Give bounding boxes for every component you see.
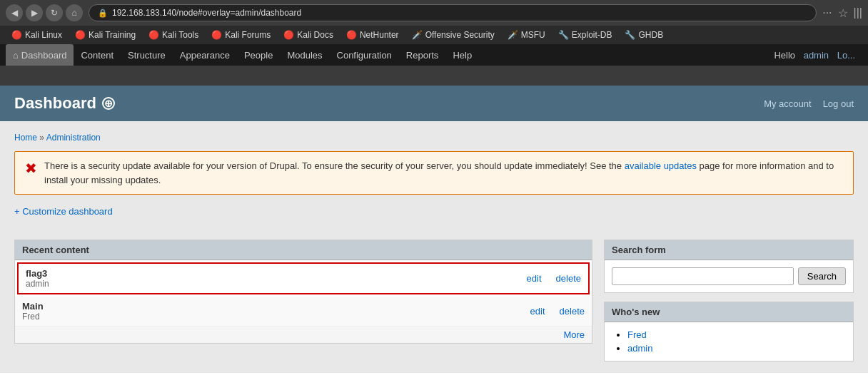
tab-reports-label: Reports — [406, 50, 439, 61]
bookmark-kali-forums-label: Kali Forums — [225, 30, 271, 40]
delete-flag3-link[interactable]: delete — [556, 273, 581, 284]
tab-appearance[interactable]: Appearance — [173, 44, 237, 66]
address-bar[interactable]: 🔒 192.168.183.140/node#overlay=admin/das… — [89, 4, 817, 21]
edit-main-link[interactable]: edit — [530, 306, 545, 317]
ghdb-icon: 🔧 — [625, 30, 635, 40]
admin-toolbar: ⌂ Dashboard Content Structure Appearance… — [0, 44, 868, 66]
nethunter-icon: 🔴 — [346, 30, 357, 40]
page-content: Dashboard ⊕ My account Log out Home » Ad… — [0, 86, 868, 373]
exploit-db-icon: 🔧 — [558, 30, 569, 40]
msfu-icon: 🗡️ — [508, 30, 518, 40]
url-text: 192.168.183.140/node#overlay=admin/dashb… — [112, 8, 301, 18]
bookmarks-bar: 🔴 Kali Linux 🔴 Kali Training 🔴 Kali Tool… — [0, 26, 868, 44]
customize-dashboard-link[interactable]: + Customize dashboard — [14, 206, 113, 217]
kali-forums-icon: 🔴 — [211, 30, 222, 40]
tab-content-label: Content — [81, 50, 113, 61]
home-button[interactable]: ⌂ — [66, 4, 83, 21]
left-column: Recent content flag3 admin edit delete — [14, 240, 592, 361]
bookmark-ghdb[interactable]: 🔧 GHDB — [619, 29, 669, 41]
bookmark-nethunter-label: NetHunter — [360, 30, 399, 40]
breadcrumb-current[interactable]: Administration — [46, 133, 101, 143]
bookmark-kali-forums[interactable]: 🔴 Kali Forums — [206, 29, 276, 41]
content-row-main-info: Main Fred — [22, 301, 525, 322]
tab-reports[interactable]: Reports — [399, 44, 446, 66]
bookmark-exploit-db[interactable]: 🔧 Exploit-DB — [552, 29, 618, 41]
content-author-flag3: admin — [26, 279, 521, 289]
tab-help[interactable]: Help — [445, 44, 479, 66]
greeting-text: Hello — [774, 50, 795, 61]
kali-docs-icon: 🔴 — [283, 30, 294, 40]
content-row-flag3-info: flag3 admin — [26, 268, 521, 289]
content-row-main-actions: edit delete — [530, 306, 585, 317]
home-nav-icon: ⌂ — [13, 50, 19, 61]
breadcrumb: Home » Administration — [14, 133, 854, 143]
list-item: admin — [627, 342, 842, 355]
more-link[interactable]: More — [563, 329, 585, 340]
bookmark-msfu[interactable]: 🗡️ MSFU — [502, 29, 551, 41]
search-form-body: Search — [605, 260, 853, 292]
tab-dashboard[interactable]: ⌂ Dashboard — [6, 44, 74, 66]
alert-text: There is a security update available for… — [44, 159, 843, 187]
available-updates-link[interactable]: available updates — [625, 160, 697, 171]
log-out-link[interactable]: Log out — [823, 98, 854, 109]
bookmark-msfu-label: MSFU — [521, 30, 545, 40]
tab-structure-label: Structure — [128, 50, 166, 61]
forward-button[interactable]: ▶ — [26, 4, 43, 21]
search-form-block: Search form Search — [604, 240, 854, 293]
content-title-main: Main — [22, 301, 525, 312]
tab-people-label: People — [244, 50, 273, 61]
bookmark-kali-docs-label: Kali Docs — [297, 30, 333, 40]
user-fred-link[interactable]: Fred — [627, 329, 647, 340]
browser-chrome: ◀ ▶ ↻ ⌂ 🔒 192.168.183.140/node#overlay=a… — [0, 0, 868, 26]
back-button[interactable]: ◀ — [6, 4, 23, 21]
whos-new-header: Who's new — [605, 302, 853, 322]
tab-people[interactable]: People — [237, 44, 280, 66]
dashboard-header: Dashboard ⊕ My account Log out — [0, 86, 868, 121]
search-button[interactable]: Search — [798, 267, 846, 285]
dashboard-header-right: My account Log out — [764, 98, 854, 109]
right-column: Search form Search Who's new Fred — [604, 240, 854, 361]
admin-username-link[interactable]: admin — [804, 50, 829, 61]
tab-structure[interactable]: Structure — [121, 44, 173, 66]
kali-linux-icon: 🔴 — [11, 30, 22, 40]
alert-box: ✖ There is a security update available f… — [14, 151, 854, 195]
bookmark-kali-training-label: Kali Training — [89, 30, 136, 40]
bookmark-kali-linux-label: Kali Linux — [25, 30, 62, 40]
refresh-button[interactable]: ↻ — [46, 4, 63, 21]
secondary-toolbar — [0, 66, 868, 86]
bookmark-icon[interactable]: ☆ — [838, 6, 848, 20]
bookmark-offensive-security-label: Offensive Security — [425, 30, 495, 40]
tab-content[interactable]: Content — [74, 44, 121, 66]
content-row-flag3: flag3 admin edit delete — [19, 264, 588, 293]
my-account-link[interactable]: My account — [764, 98, 811, 109]
bookmark-kali-tools[interactable]: 🔴 Kali Tools — [143, 29, 204, 41]
bookmark-kali-linux[interactable]: 🔴 Kali Linux — [6, 29, 68, 41]
menu-button[interactable]: ··· — [822, 6, 832, 19]
user-admin-link[interactable]: admin — [627, 343, 652, 354]
customize-icon[interactable]: ⊕ — [102, 97, 115, 110]
logout-link[interactable]: Lo... — [837, 50, 855, 61]
edit-flag3-link[interactable]: edit — [527, 273, 542, 284]
content-columns: Recent content flag3 admin edit delete — [14, 240, 854, 361]
bookmark-kali-docs[interactable]: 🔴 Kali Docs — [278, 29, 339, 41]
bookmark-ghdb-label: GHDB — [638, 30, 663, 40]
tab-dashboard-label: Dashboard — [21, 50, 67, 61]
bookmark-offensive-security[interactable]: 🗡️ Offensive Security — [406, 29, 500, 41]
breadcrumb-home[interactable]: Home — [14, 133, 37, 143]
library-icon[interactable]: ||| — [854, 6, 862, 19]
alert-error-icon: ✖ — [25, 160, 37, 177]
tab-modules[interactable]: Modules — [280, 44, 329, 66]
browser-actions: ··· ☆ ||| — [822, 6, 862, 20]
recent-content-block: Recent content flag3 admin edit delete — [14, 240, 592, 344]
tab-appearance-label: Appearance — [180, 50, 230, 61]
recent-content-header: Recent content — [15, 240, 592, 260]
content-author-main: Fred — [22, 312, 525, 322]
tab-configuration[interactable]: Configuration — [330, 44, 399, 66]
bookmark-kali-tools-label: Kali Tools — [162, 30, 198, 40]
browser-nav-buttons: ◀ ▶ ↻ ⌂ — [6, 4, 83, 21]
bookmark-nethunter[interactable]: 🔴 NetHunter — [340, 29, 405, 41]
search-input[interactable] — [612, 267, 794, 285]
bookmark-kali-training[interactable]: 🔴 Kali Training — [69, 29, 141, 41]
delete-main-link[interactable]: delete — [560, 306, 585, 317]
main-content: Home » Administration ✖ There is a secur… — [0, 121, 868, 373]
